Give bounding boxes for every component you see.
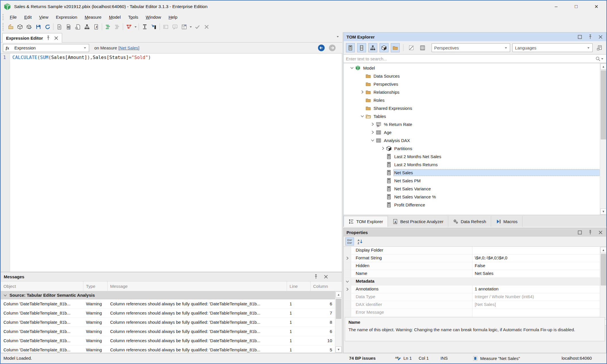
tree-scrollbar[interactable]: ▲ ▼ [600,63,606,215]
tree-item-roles[interactable]: Roles [344,96,600,104]
menu-model[interactable]: Model [105,14,125,20]
scroll-up-icon[interactable]: ▲ [600,64,606,70]
toggle-partitions-button[interactable] [380,43,388,52]
context-object-link[interactable]: [Net Sales] [118,45,139,50]
column-header-message[interactable]: Message [108,281,287,291]
format-dax-button[interactable] [103,22,112,31]
message-row[interactable]: Column 'DateTableTemplate_81b...WarningC… [1,327,335,336]
message-row[interactable]: Column 'DateTableTemplate_81b...WarningC… [1,336,335,345]
column-header-line[interactable]: Line [287,281,311,291]
tab-expression-editor[interactable]: Expression Editor [2,33,62,43]
dax-script-button[interactable]: J [91,22,101,31]
tree-item-net-sales-variance[interactable]: Net Sales Variance [344,185,600,193]
chevron-right-icon[interactable] [369,122,376,126]
maximize-panel-icon[interactable] [577,34,583,40]
tree-item-relationships[interactable]: Relationships [344,88,600,96]
close-icon[interactable] [53,35,59,41]
tab-best-practice-analyzer[interactable]: ABest Practice Analyzer [388,216,448,227]
scrollbar-thumb[interactable] [601,70,606,139]
translations-button[interactable] [595,43,604,52]
tab-macros[interactable]: Macros [491,216,522,227]
dropdown-caret-icon[interactable] [133,22,137,31]
open-file-button[interactable] [6,22,15,31]
column-header-type[interactable]: Type [83,281,108,291]
close-icon[interactable] [598,230,603,235]
menu-edit[interactable]: Edit [20,14,35,20]
tree-item-net-sales-variance[interactable]: Net Sales Variance % [344,193,600,201]
message-row[interactable]: Column 'DateTableTemplate_81b...WarningC… [1,345,335,353]
scrollbar-thumb[interactable] [601,254,606,286]
toolbar-grip[interactable] [3,23,4,31]
pin-icon[interactable] [45,35,51,41]
close-icon[interactable] [598,34,603,40]
menu-window[interactable]: Window [142,14,165,20]
tree-item-data-sources[interactable]: Data Sources [344,72,600,80]
perspectives-select[interactable]: Perspectives [432,43,510,52]
import-data-button[interactable] [149,22,158,31]
tab-data-refresh[interactable]: Data Refresh [448,216,491,227]
chevron-right-icon[interactable] [369,130,376,134]
property-value[interactable]: \$#,0;-\$#,0;\$#,0 [472,254,606,262]
pin-icon[interactable] [313,274,319,279]
chevron-down-icon[interactable] [359,114,365,118]
refresh-button[interactable] [43,22,52,31]
categorized-view-button[interactable] [345,237,354,246]
menu-view[interactable]: View [35,14,52,20]
languages-select[interactable]: Languages [512,43,593,52]
scroll-down-icon[interactable]: ▼ [336,346,342,352]
expression-type-select[interactable]: fx Expression [3,44,89,52]
search-icon[interactable] [595,56,601,62]
dax-code-editor[interactable]: 1 CALCULATE(SUM(Sales[Amount]),Sales[Sta… [1,53,342,272]
tree-item-net-sales[interactable]: Net Sales [344,168,600,177]
menu-file[interactable]: File [6,14,20,20]
message-row[interactable]: Column 'DateTableTemplate_81b...WarningC… [1,299,335,309]
diagram-button[interactable] [124,22,133,31]
toggle-measures-button[interactable] [346,43,355,52]
toggle-columns-button[interactable] [357,43,366,52]
scrollbar-thumb[interactable] [336,299,341,319]
new-document-button[interactable] [55,22,64,31]
tree-item-partitions[interactable]: Partitions [344,144,600,152]
tree-item-last-2-months-returns[interactable]: Last 2 Months Returns [344,160,600,168]
minimize-button[interactable]: – [546,1,566,13]
maximize-panel-icon[interactable] [577,230,583,235]
messages-group-row[interactable]: Source: Tabular Editor Semantic Analysis [1,291,335,299]
tree-item-net-sales-pm[interactable]: Net Sales PM [344,177,600,185]
scroll-up-icon[interactable]: ▲ [336,292,342,298]
deploy-button[interactable] [15,22,24,31]
category-chevron-down-icon[interactable] [344,278,351,285]
tab-tom-explorer[interactable]: TOM Explorer [344,216,388,227]
tree-item-tables[interactable]: Tables [344,112,600,120]
maximize-button[interactable]: □ [566,1,586,13]
toggle-metadata-columns-button[interactable] [418,43,427,52]
save-button[interactable] [34,22,43,31]
expand-chevron-right-icon[interactable] [344,254,351,262]
scroll-up-icon[interactable]: ▲ [600,247,606,253]
property-value[interactable]: 1 annotation [472,286,606,293]
dropdown-caret-icon[interactable] [189,22,193,31]
message-row[interactable]: Column 'DateTableTemplate_81b...WarningC… [1,318,335,327]
back-icon[interactable] [318,44,325,51]
scroll-down-icon[interactable]: ▼ [600,208,606,214]
tree-item-analysis-dax[interactable]: Analysis DAX [344,136,600,144]
property-value[interactable]: False [472,262,606,270]
import-table-button[interactable] [140,22,149,31]
messages-scrollbar[interactable]: ▲ ▼ [335,291,342,353]
export-script-button[interactable] [73,22,82,31]
menu-help[interactable]: Help [165,14,181,20]
update-model-button[interactable] [24,22,34,31]
close-button[interactable]: ✕ [586,1,606,13]
search-input[interactable] [346,56,595,61]
chevron-right-icon[interactable] [359,90,365,94]
expand-chevron-right-icon[interactable] [344,286,351,293]
toggle-hierarchies-button[interactable] [368,43,377,52]
new-dax-query-button[interactable] [64,22,73,31]
menubar-grip[interactable] [3,14,4,20]
bp-issues-status[interactable]: 74 BP issues [349,356,376,361]
hierarchy-button[interactable] [82,22,91,31]
chevron-right-icon[interactable] [380,146,386,150]
menu-measure[interactable]: Measure [81,14,105,20]
toggle-hidden-objects-button[interactable] [407,43,416,52]
tree-item-profit-difference[interactable]: Profit Difference [344,201,600,209]
tree-item-age[interactable]: Age [344,128,600,136]
